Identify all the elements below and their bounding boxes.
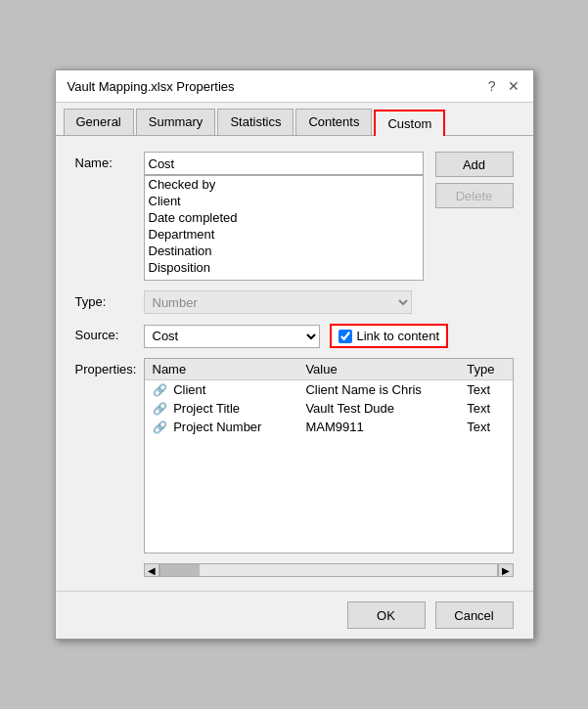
tab-bar: General Summary Statistics Contents Cust… [56,103,533,136]
scroll-thumb [160,564,200,576]
scroll-left-arrow[interactable]: ◀ [144,563,159,577]
tab-summary[interactable]: Summary [136,109,216,135]
prop-name-cell: 🔗 Client [145,380,298,400]
prop-name-cell: 🔗 Project Title [145,399,298,418]
dialog-footer: OK Cancel [56,591,533,639]
ok-button[interactable]: OK [347,601,426,629]
add-button[interactable]: Add [435,152,514,177]
name-row: Name: Checked by Client Date completed D… [75,152,514,281]
tab-statistics[interactable]: Statistics [217,109,294,135]
source-field-group: Cost Link to content [144,324,514,348]
link-icon: 🔗 [153,402,167,416]
name-listbox[interactable]: Checked by Client Date completed Departm… [144,175,424,281]
table-row[interactable]: 🔗 Project Title Vault Test Dude Text [145,399,513,418]
side-buttons: Add Delete [435,152,514,208]
type-select[interactable]: Number [144,290,412,314]
scroll-track[interactable] [159,563,498,577]
prop-type-cell: Text [459,418,512,436]
delete-button[interactable]: Delete [435,183,514,208]
prop-name-cell: 🔗 Project Number [145,418,298,436]
table-row[interactable]: 🔗 Project Number MAM9911 Text [145,418,513,436]
tab-contents[interactable]: Contents [295,109,372,135]
list-item[interactable]: Client [145,193,423,209]
scrollbar-row: ◀ ▶ [144,563,514,577]
link-icon: 🔗 [153,383,167,397]
link-icon: 🔗 [153,421,167,434]
close-button[interactable]: ✕ [506,78,521,94]
name-label: Name: [75,152,144,170]
link-to-content-wrapper: Link to content [330,324,449,348]
list-item[interactable]: Date completed [145,209,423,226]
properties-dialog: Vault Mapping.xlsx Properties ? ✕ Genera… [55,69,534,640]
properties-row: Properties: Name Value Type 🔗 [75,358,514,554]
list-item[interactable]: Destination [145,243,423,259]
properties-table-wrapper: Name Value Type 🔗 Client Client Name is … [144,358,514,554]
title-controls: ? ✕ [486,78,521,94]
prop-value-cell: Client Name is Chris [297,380,459,400]
properties-label: Properties: [75,358,144,377]
type-row: Type: Number [75,290,514,314]
type-label: Type: [75,290,144,309]
link-to-content-label: Link to content [357,329,440,343]
tab-custom[interactable]: Custom [374,110,445,136]
dialog-content: Name: Checked by Client Date completed D… [56,136,533,591]
list-item[interactable]: Department [145,226,423,243]
source-label: Source: [75,324,144,342]
properties-table: Name Value Type 🔗 Client Client Name is … [145,359,513,436]
prop-type-cell: Text [459,380,512,400]
source-row: Source: Cost Link to content [75,324,514,348]
type-field-group: Number [144,290,412,314]
table-row[interactable]: 🔗 Client Client Name is Chris Text [145,380,513,400]
scroll-right-arrow[interactable]: ▶ [498,563,514,577]
source-select[interactable]: Cost [144,325,320,348]
tab-general[interactable]: General [64,109,134,135]
col-header-name: Name [145,359,298,380]
name-input[interactable] [144,152,424,175]
dialog-title: Vault Mapping.xlsx Properties [68,79,235,94]
title-bar: Vault Mapping.xlsx Properties ? ✕ [56,70,533,103]
cancel-button[interactable]: Cancel [435,601,514,629]
prop-value-cell: MAM9911 [297,418,459,436]
link-to-content-checkbox[interactable] [339,330,352,343]
col-header-value: Value [297,359,459,380]
prop-value-cell: Vault Test Dude [297,399,459,418]
list-item[interactable]: Disposition [145,259,423,276]
help-button[interactable]: ? [486,78,498,94]
col-header-type: Type [459,359,512,380]
name-field-group: Checked by Client Date completed Departm… [144,152,424,281]
prop-type-cell: Text [459,399,512,418]
list-item[interactable]: Checked by [145,176,423,193]
